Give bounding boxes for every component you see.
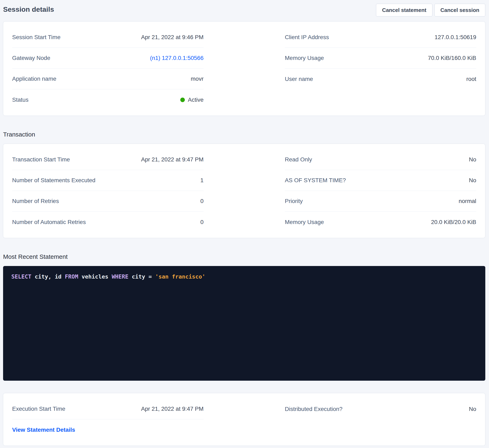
sql-statement: SELECT city, id FROM vehicles WHERE city… [11,273,477,281]
detail-row: Number of Automatic Retries 0 [12,212,204,232]
detail-row: Execution Start Time Apr 21, 2022 at 9:4… [12,398,204,419]
transaction-card-left-column: Transaction Start Time Apr 21, 2022 at 9… [12,149,204,232]
detail-row: Client IP Address 127.0.0.1:50619 [285,27,476,48]
session-details-card: Session Start Time Apr 21, 2022 at 9:46 … [3,21,485,116]
row-label: Priority [285,198,303,204]
row-value: Apr 21, 2022 at 9:47 PM [141,406,204,412]
row-label: Memory Usage [285,219,324,225]
status-active-dot-icon [180,98,185,102]
row-label: Number of Retries [12,198,59,204]
session-card-right-column: Client IP Address 127.0.0.1:50619 Memory… [285,27,476,110]
row-label: Execution Start Time [12,406,65,412]
row-label: Read Only [285,156,312,163]
status-label: Active [188,97,204,103]
row-label: Status [12,97,28,103]
detail-row: View Statement Details [12,419,204,440]
sql-token: SELECT [11,274,32,280]
row-label: Distributed Execution? [285,406,342,412]
session-card-left-column: Session Start Time Apr 21, 2022 at 9:46 … [12,27,204,110]
sql-token: WHERE [112,274,128,280]
cancel-statement-button[interactable]: Cancel statement [376,4,432,17]
transaction-card-right-column: Read Only No AS OF SYSTEM TIME? No Prior… [285,149,476,232]
sql-token: 'san francisco' [155,274,205,280]
detail-row: Number of Statements Executed 1 [12,170,204,191]
row-value: 127.0.0.1:50619 [435,34,476,41]
detail-row: Distributed Execution? No [285,398,476,419]
view-statement-details-link[interactable]: View Statement Details [12,427,75,433]
sql-token: FROM [65,274,78,280]
row-value: 0 [200,198,204,204]
row-label: Session Start Time [12,34,60,41]
row-label: Number of Statements Executed [12,177,96,184]
detail-row: AS OF SYSTEM TIME? No [285,170,476,191]
detail-row: Status Active [12,89,204,110]
detail-row: Memory Usage 20.0 KiB/20.0 KiB [285,212,476,232]
page-title: Session details [3,5,54,14]
page-header: Session details Cancel statement Cancel … [0,0,489,17]
row-value: root [466,76,476,82]
row-value: 0 [200,219,204,225]
row-value: 1 [200,177,204,184]
status-badge: Active [180,97,204,103]
row-label: Memory Usage [285,55,324,61]
sql-token: vehicles [78,274,112,280]
row-value: No [469,177,476,184]
detail-row: Transaction Start Time Apr 21, 2022 at 9… [12,149,204,170]
row-label: Application name [12,75,56,82]
transaction-card: Transaction Start Time Apr 21, 2022 at 9… [3,144,485,238]
row-value: No [469,406,476,412]
row-value: normal [458,198,476,204]
transaction-heading: Transaction [3,131,489,138]
row-value: 20.0 KiB/20.0 KiB [431,219,476,225]
sql-token: city = [128,274,155,280]
row-label: User name [285,76,313,82]
row-value: movr [191,75,204,82]
row-value: No [469,156,476,163]
detail-row: User name root [285,68,476,89]
sql-code-block: SELECT city, id FROM vehicles WHERE city… [3,266,485,381]
detail-row: Read Only No [285,149,476,170]
gateway-node-link[interactable]: (n1) 127.0.0.1:50566 [150,55,204,61]
row-label: Number of Automatic Retries [12,219,86,225]
header-actions: Cancel statement Cancel session [376,4,485,17]
row-label: Transaction Start Time [12,156,70,163]
row-label: AS OF SYSTEM TIME? [285,177,346,184]
row-value: Apr 21, 2022 at 9:46 PM [141,34,204,41]
row-value: 70.0 KiB/160.0 KiB [428,55,476,61]
row-value: Apr 21, 2022 at 9:47 PM [141,156,204,163]
detail-row: Priority normal [285,191,476,212]
detail-row: Session Start Time Apr 21, 2022 at 9:46 … [12,27,204,48]
detail-row: Gateway Node (n1) 127.0.0.1:50566 [12,48,204,68]
detail-row: Number of Retries 0 [12,191,204,212]
execution-card-left-column: Execution Start Time Apr 21, 2022 at 9:4… [12,398,204,440]
detail-row: Memory Usage 70.0 KiB/160.0 KiB [285,48,476,68]
detail-row: Application name movr [12,68,204,89]
cancel-session-button[interactable]: Cancel session [434,4,485,17]
execution-card: Execution Start Time Apr 21, 2022 at 9:4… [3,393,485,446]
execution-card-right-column: Distributed Execution? No [285,398,476,440]
sql-token: city, id [32,274,65,280]
row-label: Gateway Node [12,55,50,61]
row-label: Client IP Address [285,34,329,41]
most-recent-statement-heading: Most Recent Statement [3,253,489,260]
